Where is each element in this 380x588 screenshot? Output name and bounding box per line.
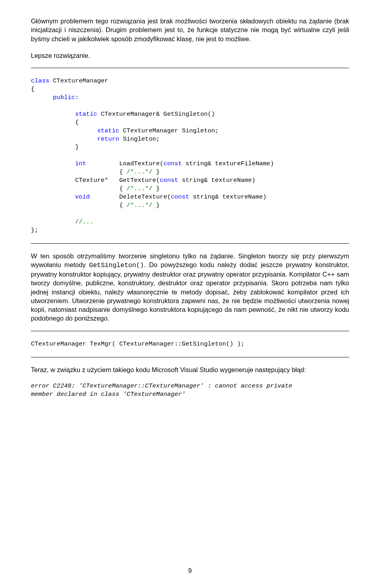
code-text: { (75, 119, 79, 126)
code-text: CTextureManager (49, 77, 108, 84)
kw-void: void (75, 193, 90, 200)
rule-4 (31, 357, 349, 357)
kw-public: public (53, 94, 75, 101)
code-text: Singleton; (119, 136, 160, 143)
code-text: } (152, 202, 160, 209)
rule-3 (31, 331, 349, 331)
rule-2 (31, 243, 349, 244)
code-text: LoadTexture( (119, 160, 163, 167)
code-text: CTextureManager& GetSingleton() (97, 111, 215, 118)
kw-int: int (75, 160, 86, 167)
code-text: { (31, 86, 34, 93)
comment: /*...*/ (127, 202, 152, 209)
code-text: }; (31, 227, 38, 234)
code-block-3: error C2248: 'CTextureManager::CTextureM… (31, 382, 349, 399)
code-text: { (119, 168, 127, 176)
code-text: } (152, 185, 160, 192)
paragraph-4: Teraz, w związku z użyciem takiego kodu … (31, 365, 349, 374)
code-text: { (119, 202, 127, 209)
code-text: } (75, 143, 79, 151)
kw-class: class (31, 77, 49, 84)
kw-return: return (97, 136, 119, 143)
code-text: { (119, 185, 127, 192)
para3-text-b: . Do powyższego kodu należy dodać jeszcz… (31, 261, 349, 322)
code-text: string& textureFileName) (182, 160, 274, 167)
code-text: CTextureManager Singleton; (119, 127, 218, 134)
inline-code: GetSingleton() (89, 262, 144, 269)
paragraph-1: Głównym problemem tego rozwiązania jest … (31, 17, 349, 43)
kw-static: static (97, 127, 119, 134)
code-block-2: CTextureManager TexMgr( CTextureManager:… (31, 340, 349, 348)
code-text: } (152, 168, 160, 176)
error-line-2: member declared in class 'CTextureManage… (31, 391, 186, 398)
comment: /*...*/ (127, 168, 152, 176)
code-text: string& textureName) (178, 177, 255, 184)
code-text: : (75, 94, 79, 101)
paragraph-2: Lepsze rozwiązanie. (31, 51, 349, 60)
page-number: 9 (0, 567, 380, 575)
code-text: string& textureName) (189, 193, 266, 200)
code-text: CTextureManager TexMgr( CTextureManager:… (31, 340, 245, 347)
kw-const: const (163, 160, 182, 167)
error-line-1: error C2248: 'CTextureManager::CTextureM… (31, 382, 292, 389)
kw-const: const (171, 193, 190, 200)
rule-1 (31, 68, 349, 68)
code-text: CTexture* GetTexture( (75, 177, 160, 184)
comment: /*...*/ (127, 185, 152, 192)
kw-static: static (75, 111, 97, 118)
kw-const: const (160, 177, 179, 184)
code-text: DeleteTexture( (119, 193, 171, 200)
code-block-1: class CTextureManager { public: static C… (31, 77, 349, 235)
comment: //... (75, 218, 94, 225)
paragraph-3: W ten sposób otrzymaliśmy tworzenie sing… (31, 252, 349, 323)
